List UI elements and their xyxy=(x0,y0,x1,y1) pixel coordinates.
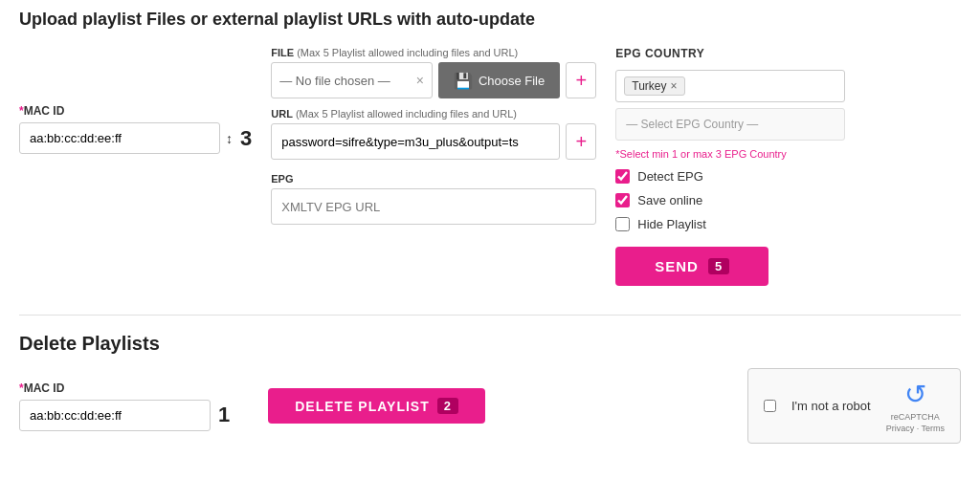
file-label: FILE (Max 5 Playlist allowed including f… xyxy=(271,47,596,58)
detect-epg-row: Detect EPG xyxy=(615,169,845,184)
delete-mac-number-badge: 1 xyxy=(218,403,230,427)
choose-file-button[interactable]: 💾 Choose File xyxy=(438,62,560,98)
delete-mac-label: *MAC ID xyxy=(19,381,230,395)
save-online-checkbox[interactable] xyxy=(615,193,630,207)
delete-mac-input[interactable] xyxy=(19,400,211,431)
turkey-tag: Turkey × xyxy=(624,76,684,96)
url-label: URL (Max 5 Playlist allowed including fi… xyxy=(271,108,596,120)
send-button[interactable]: SEND 5 xyxy=(615,247,768,286)
recaptcha-box[interactable]: I'm not a robot ↺ reCAPTCHA Privacy · Te… xyxy=(747,368,961,444)
floppy-icon: 💾 xyxy=(454,72,473,90)
delete-section-title: Delete Playlists xyxy=(19,333,961,355)
send-number-badge: 5 xyxy=(708,258,729,274)
epg-country-note: *Select min 1 or max 3 EPG Country xyxy=(615,148,845,160)
recaptcha-checkbox[interactable] xyxy=(764,400,776,412)
no-file-text: — No file chosen — xyxy=(279,74,390,88)
upload-mac-number-badge: 3 xyxy=(240,126,252,151)
recaptcha-links: Privacy · Terms xyxy=(886,424,945,433)
url-input[interactable] xyxy=(271,123,560,160)
sort-arrows-icon: ↕ xyxy=(226,131,233,146)
recaptcha-text: I'm not a robot xyxy=(791,399,871,413)
file-input-box: — No file chosen — × xyxy=(271,62,433,98)
epg-country-select[interactable]: — Select EPG Country — xyxy=(615,108,845,141)
detect-epg-label: Detect EPG xyxy=(637,169,703,184)
file-clear-button[interactable]: × xyxy=(416,73,424,88)
recaptcha-brand: reCAPTCHA xyxy=(891,412,940,422)
add-url-button[interactable]: + xyxy=(566,123,596,160)
hide-playlist-checkbox[interactable] xyxy=(615,217,630,231)
recaptcha-logo: ↺ reCAPTCHA Privacy · Terms xyxy=(886,379,945,433)
epg-country-label: EPG COUNTRY xyxy=(615,47,845,60)
epg-country-tag-box: Turkey × xyxy=(615,70,845,102)
epg-label: EPG xyxy=(271,173,596,185)
hide-playlist-row: Hide Playlist xyxy=(615,217,845,231)
hide-playlist-label: Hide Playlist xyxy=(637,217,706,231)
upload-section-title: Upload playlist Files or external playli… xyxy=(19,10,961,30)
delete-number-badge: 2 xyxy=(437,398,458,414)
save-online-label: Save online xyxy=(637,193,702,207)
mac-id-label: *MAC ID xyxy=(19,104,252,118)
save-online-row: Save online xyxy=(615,193,845,207)
section-divider xyxy=(19,315,961,316)
add-file-button[interactable]: + xyxy=(566,62,596,98)
recaptcha-icon: ↺ xyxy=(904,379,926,410)
turkey-tag-remove[interactable]: × xyxy=(670,79,677,93)
delete-playlist-button[interactable]: DELETE PLAYLIST 2 xyxy=(268,388,485,424)
mac-id-input[interactable] xyxy=(19,122,220,154)
detect-epg-checkbox[interactable] xyxy=(615,169,630,184)
epg-input[interactable] xyxy=(271,188,596,225)
